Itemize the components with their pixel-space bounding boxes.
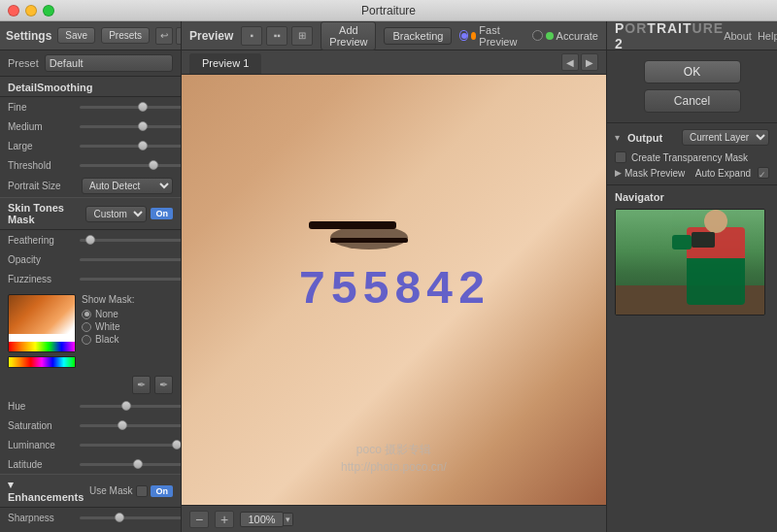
preview-bottom: − + 100% ▾ xyxy=(182,505,606,532)
left-panel: Settings Save Presets ↩ ↪ Preset Default… xyxy=(0,21,182,532)
multi-view-icon[interactable]: ⊞ xyxy=(291,26,313,46)
zoom-control: 100% ▾ xyxy=(240,512,293,527)
about-menu-item[interactable]: About xyxy=(724,30,752,42)
feathering-slider[interactable] xyxy=(80,239,181,242)
prev-arrow[interactable]: ◀ xyxy=(561,53,579,71)
swatch-white xyxy=(9,334,75,342)
accurate-label: Accurate xyxy=(557,30,598,42)
medium-slider[interactable] xyxy=(80,125,181,128)
add-preview-button[interactable]: Add Preview xyxy=(321,21,376,50)
cancel-button[interactable]: Cancel xyxy=(644,89,741,113)
opacity-slider[interactable] xyxy=(80,258,181,261)
threshold-slider-row: Threshold 20 xyxy=(0,155,181,175)
nav-person-body xyxy=(687,227,745,305)
window-title: Portraiture xyxy=(361,4,416,17)
presets-button[interactable]: Presets xyxy=(101,27,150,44)
fast-preview-dot xyxy=(471,32,477,40)
fast-preview-radio[interactable] xyxy=(459,30,467,41)
black-radio[interactable] xyxy=(82,335,91,345)
luminance-slider-row: Luminance 80 xyxy=(0,435,181,454)
output-chevron: ▾ xyxy=(615,132,620,143)
swatch-stripe xyxy=(9,342,75,351)
bracketing-button[interactable]: Bracketing xyxy=(384,27,452,45)
fuzziness-slider[interactable] xyxy=(80,278,181,281)
eyedropper-btn-2[interactable]: ✒ xyxy=(154,376,173,394)
show-mask-label: Show Mask: xyxy=(82,294,134,305)
minimize-button[interactable] xyxy=(25,5,37,17)
output-label: Output xyxy=(627,132,678,144)
output-select[interactable]: Current Layer xyxy=(682,129,769,146)
hue-label: Hue xyxy=(8,401,76,412)
white-radio[interactable] xyxy=(82,322,91,332)
luminance-slider[interactable] xyxy=(80,444,181,447)
overlay-text: 755842 xyxy=(298,264,490,316)
threshold-label: Threshold xyxy=(8,160,76,171)
next-arrow[interactable]: ▶ xyxy=(581,53,598,71)
navigator-label: Navigator xyxy=(615,191,769,203)
fast-preview-option[interactable]: Fast Preview xyxy=(459,24,522,48)
auto-expand-label: Auto Expand xyxy=(695,168,751,179)
maximize-button[interactable] xyxy=(43,5,54,17)
opacity-slider-row: Opacity 100 % xyxy=(0,249,181,269)
mask-preview-chevron: ▶ xyxy=(615,168,622,178)
right-panel: PORTRAITURE 2 About Help OK Cancel ▾ Out… xyxy=(607,21,777,532)
sharpness-slider[interactable] xyxy=(80,516,181,519)
preview-mode-radio-group: Fast Preview Accurate xyxy=(459,24,598,48)
auto-expand-checkbox[interactable] xyxy=(758,167,769,179)
accurate-radio[interactable] xyxy=(532,30,543,41)
close-button[interactable] xyxy=(8,5,19,17)
watermark-line1: poco 摄影专辑 xyxy=(341,441,447,458)
undo-icon[interactable]: ↩ xyxy=(155,27,173,45)
feathering-label: Feathering xyxy=(8,235,76,246)
titlebar: Portraiture xyxy=(0,0,777,21)
saturation-label: Saturation xyxy=(8,420,76,431)
preview-tab-1[interactable]: Preview 1 xyxy=(189,53,261,74)
color-swatch[interactable] xyxy=(8,294,76,352)
eyelash xyxy=(330,238,408,243)
traffic-lights xyxy=(8,5,54,17)
ok-button[interactable]: OK xyxy=(644,60,741,83)
latitude-slider[interactable] xyxy=(80,463,181,466)
white-radio-row[interactable]: White xyxy=(82,321,134,332)
skin-custom-select[interactable]: Custom xyxy=(85,206,147,222)
save-button[interactable]: Save xyxy=(57,27,95,44)
create-transparency-checkbox[interactable] xyxy=(615,151,626,163)
enhancements-title: ▾ Enhancements xyxy=(8,479,89,503)
output-section: ▾ Output Current Layer Create Transparen… xyxy=(607,123,777,185)
threshold-slider[interactable] xyxy=(80,164,181,167)
sharpness-slider-row: Sharpness 15 xyxy=(0,508,181,527)
zoom-out-button[interactable]: − xyxy=(189,511,209,528)
main-layout: Settings Save Presets ↩ ↪ Preset Default… xyxy=(0,21,777,532)
zoom-dropdown[interactable]: ▾ xyxy=(284,513,293,526)
latitude-slider-row: Latitude 46 xyxy=(0,454,181,474)
saturation-slider[interactable] xyxy=(80,424,181,427)
large-slider[interactable] xyxy=(80,145,181,148)
single-view-icon[interactable]: ▪ xyxy=(241,26,262,46)
center-panel: Preview ▪ ▪▪ ⊞ Add Preview Bracketing Fa… xyxy=(182,21,607,532)
none-radio-row[interactable]: None xyxy=(82,309,134,319)
right-menu: About Help xyxy=(724,30,777,42)
help-menu-item[interactable]: Help xyxy=(758,30,777,42)
black-radio-row[interactable]: Black xyxy=(82,334,134,345)
hue-slider[interactable] xyxy=(80,405,181,408)
split-view-icon[interactable]: ▪▪ xyxy=(266,26,287,46)
zoom-in-button[interactable]: + xyxy=(215,511,234,528)
eyedropper-row: ✒ ✒ xyxy=(0,374,181,396)
large-slider-row: Large 0 xyxy=(0,136,181,155)
portrait-size-select[interactable]: Auto Detect xyxy=(82,178,173,194)
detail-smoothing-header: DetailSmoothing xyxy=(0,77,181,97)
settings-title: Settings xyxy=(6,29,51,43)
accurate-option[interactable]: Accurate xyxy=(532,30,598,42)
preset-select[interactable]: Default xyxy=(45,54,173,72)
portrait-size-row: Portrait Size Auto Detect xyxy=(0,175,181,197)
fine-slider[interactable] xyxy=(80,106,181,109)
use-mask-checkbox[interactable] xyxy=(136,485,148,497)
eyedropper-btn-1[interactable]: ✒ xyxy=(132,376,151,394)
preview-image-area: 755842 poco 摄影专辑 http://photo.poco.cn/ xyxy=(182,75,606,505)
none-radio[interactable] xyxy=(82,310,91,319)
skin-mask-header: Skin Tones Mask Custom On xyxy=(0,197,181,230)
zoom-value: 100% xyxy=(240,512,284,527)
skin-on-badge: On xyxy=(151,208,173,219)
luminance-label: Luminance xyxy=(8,440,76,450)
mask-preview-toggle[interactable]: ▶ Mask Preview xyxy=(615,168,685,179)
